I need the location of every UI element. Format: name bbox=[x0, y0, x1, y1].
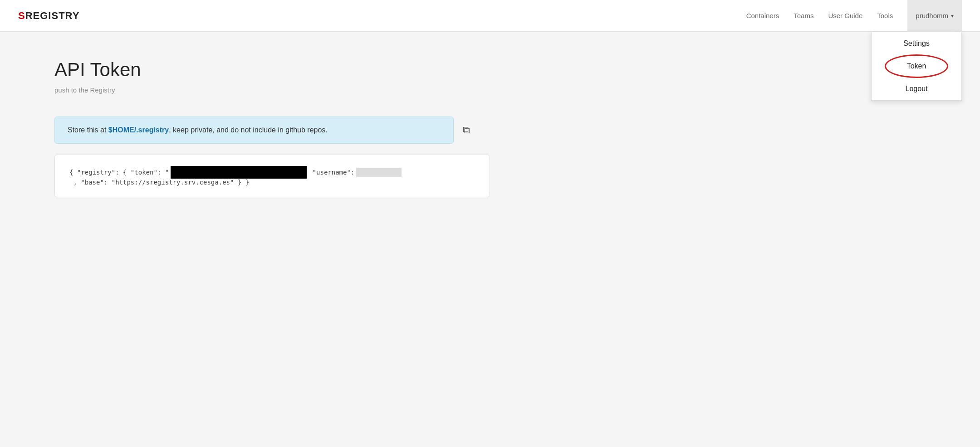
token-display-box: { "registry": { "token": " "username": ,… bbox=[54, 155, 490, 197]
brand-logo[interactable]: S REGISTRY bbox=[18, 10, 79, 22]
token-prefix: { "registry": { "token": " bbox=[69, 169, 169, 176]
main-content: API Token push to the Registry Store thi… bbox=[0, 32, 544, 224]
info-highlight: $HOME/.sregistry bbox=[108, 126, 169, 134]
dropdown-menu: Settings Token Logout bbox=[871, 32, 962, 101]
dropdown-token[interactable]: Token bbox=[872, 55, 961, 78]
brand-rest: REGISTRY bbox=[25, 10, 80, 22]
nav-user-guide[interactable]: User Guide bbox=[828, 12, 862, 19]
info-box-text: Store this at $HOME/.sregistry, keep pri… bbox=[54, 117, 454, 144]
user-dropdown-trigger[interactable]: prudhomm ▾ Settings Token Logout bbox=[907, 0, 962, 32]
token-suffix-username-label: "username": bbox=[309, 169, 354, 176]
page-title: API Token bbox=[54, 59, 490, 81]
token-redacted-value bbox=[171, 166, 307, 179]
page-subtitle: push to the Registry bbox=[54, 86, 490, 94]
token-suffix-base: , "base": "https://sregistry.srv.cesga.e… bbox=[69, 179, 249, 186]
username-label: prudhomm bbox=[916, 12, 948, 19]
navbar: S REGISTRY Containers Teams User Guide T… bbox=[0, 0, 980, 32]
nav-teams[interactable]: Teams bbox=[794, 12, 813, 19]
token-username-redacted bbox=[356, 168, 402, 177]
brand-s: S bbox=[18, 10, 25, 22]
dropdown-arrow-icon: ▾ bbox=[951, 13, 954, 19]
nav-links: Containers Teams User Guide Tools prudho… bbox=[746, 0, 962, 32]
nav-containers[interactable]: Containers bbox=[746, 12, 779, 19]
dropdown-logout[interactable]: Logout bbox=[872, 78, 961, 100]
info-prefix: Store this at bbox=[68, 126, 108, 134]
dropdown-settings[interactable]: Settings bbox=[872, 32, 961, 55]
nav-tools[interactable]: Tools bbox=[877, 12, 893, 19]
info-suffix: , keep private, and do not include in gi… bbox=[169, 126, 328, 134]
info-box-row: Store this at $HOME/.sregistry, keep pri… bbox=[54, 117, 490, 144]
copy-icon[interactable]: ⧉ bbox=[463, 124, 470, 136]
